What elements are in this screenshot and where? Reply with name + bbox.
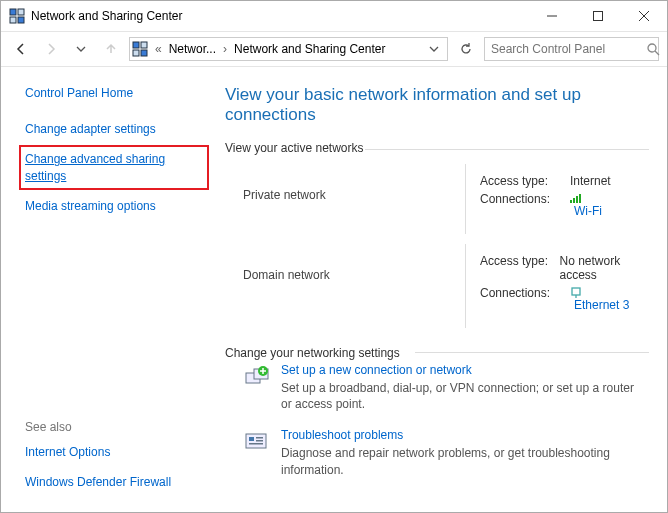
svg-rect-24: [249, 437, 254, 441]
network-details: Access type: No network access Connectio…: [465, 244, 649, 328]
breadcrumb-prefix[interactable]: «: [152, 42, 165, 56]
connections-label: Connections:: [480, 286, 570, 314]
up-button[interactable]: [99, 37, 123, 61]
network-row-domain: Domain network Access type: No network a…: [225, 244, 649, 328]
change-advanced-sharing-settings-link[interactable]: Change advanced sharing settings: [25, 151, 203, 183]
see-also-label: See also: [25, 420, 203, 434]
connection-link-ethernet[interactable]: Ethernet 3: [574, 298, 629, 312]
back-button[interactable]: [9, 37, 33, 61]
svg-rect-10: [133, 50, 139, 56]
maximize-button[interactable]: [575, 1, 621, 31]
control-panel-home-link[interactable]: Control Panel Home: [25, 85, 203, 101]
connection-link-wifi[interactable]: Wi-Fi: [574, 204, 602, 218]
search-input[interactable]: [491, 42, 641, 56]
change-adapter-settings-link[interactable]: Change adapter settings: [25, 121, 203, 137]
svg-rect-9: [141, 42, 147, 48]
content-body: Control Panel Home Change adapter settin…: [1, 67, 667, 512]
recent-locations-button[interactable]: [69, 37, 93, 61]
troubleshoot-desc: Diagnose and repair network problems, or…: [281, 445, 641, 477]
troubleshoot-icon: [243, 428, 271, 456]
window-controls: [529, 1, 667, 31]
search-icon[interactable]: [647, 43, 660, 56]
task-setup-connection: Set up a new connection or network Set u…: [243, 363, 649, 412]
access-type-label: Access type:: [480, 254, 559, 282]
window-title: Network and Sharing Center: [31, 9, 529, 23]
svg-rect-11: [141, 50, 147, 56]
sidebar: Control Panel Home Change adapter settin…: [1, 67, 215, 512]
address-icon: [132, 41, 148, 57]
windows-defender-firewall-link[interactable]: Windows Defender Firewall: [25, 474, 203, 490]
app-icon: [9, 8, 25, 24]
svg-rect-14: [570, 200, 572, 203]
svg-rect-3: [18, 17, 24, 23]
media-streaming-options-link[interactable]: Media streaming options: [25, 198, 203, 214]
change-settings-label: Change your networking settings: [225, 346, 649, 360]
minimize-button[interactable]: [529, 1, 575, 31]
forward-button[interactable]: [39, 37, 63, 61]
address-bar[interactable]: « Networ... › Network and Sharing Center: [129, 37, 448, 61]
ethernet-icon: [570, 286, 629, 298]
svg-rect-2: [10, 17, 16, 23]
svg-rect-18: [572, 288, 580, 295]
access-type-value: No network access: [559, 254, 649, 282]
navbar: « Networ... › Network and Sharing Center: [1, 31, 667, 67]
svg-rect-0: [10, 9, 16, 15]
network-row-private: Private network Access type: Internet Co…: [225, 164, 649, 234]
search-box[interactable]: [484, 37, 659, 61]
svg-rect-5: [594, 12, 603, 21]
connections-label: Connections:: [480, 192, 570, 220]
breadcrumb-2[interactable]: Network and Sharing Center: [234, 42, 385, 56]
task-troubleshoot: Troubleshoot problems Diagnose and repai…: [243, 428, 649, 477]
svg-rect-26: [256, 440, 263, 442]
breadcrumb-1[interactable]: Networ...: [169, 42, 216, 56]
network-name: Private network: [225, 164, 465, 234]
svg-rect-15: [573, 198, 575, 203]
svg-rect-1: [18, 9, 24, 15]
svg-rect-17: [579, 194, 581, 203]
svg-point-12: [648, 44, 656, 52]
setup-connection-icon: [243, 363, 271, 391]
network-details: Access type: Internet Connections: Wi-Fi: [465, 164, 649, 234]
svg-rect-27: [249, 443, 263, 445]
svg-line-13: [655, 51, 659, 55]
highlighted-link-box: Change advanced sharing settings: [19, 145, 209, 189]
setup-connection-link[interactable]: Set up a new connection or network: [281, 363, 472, 377]
network-name: Domain network: [225, 244, 465, 328]
titlebar: Network and Sharing Center: [1, 1, 667, 31]
troubleshoot-link[interactable]: Troubleshoot problems: [281, 428, 403, 442]
refresh-button[interactable]: [454, 37, 478, 61]
breadcrumb-sep-icon[interactable]: ›: [220, 42, 230, 56]
setup-connection-desc: Set up a broadband, dial-up, or VPN conn…: [281, 380, 641, 412]
divider: [415, 352, 649, 353]
svg-rect-16: [576, 196, 578, 203]
close-button[interactable]: [621, 1, 667, 31]
access-type-label: Access type:: [480, 174, 570, 188]
address-dropdown-icon[interactable]: [423, 44, 445, 54]
svg-rect-8: [133, 42, 139, 48]
divider: [365, 149, 649, 150]
svg-rect-25: [256, 437, 263, 439]
main-panel: View your basic network information and …: [215, 67, 667, 512]
access-type-value: Internet: [570, 174, 611, 188]
active-networks-label: View your active networks: [225, 141, 649, 155]
wifi-signal-icon: [570, 192, 602, 204]
main-heading: View your basic network information and …: [225, 85, 649, 125]
internet-options-link[interactable]: Internet Options: [25, 444, 203, 460]
